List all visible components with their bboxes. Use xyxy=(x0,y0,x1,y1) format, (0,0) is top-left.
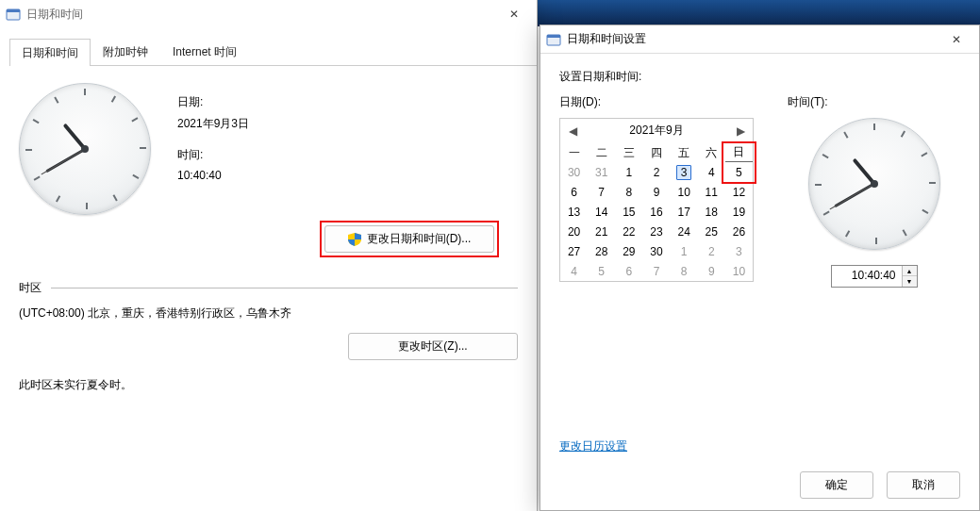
change-calendar-link[interactable]: 更改日历设置 xyxy=(559,438,960,454)
spinner-up-icon[interactable]: ▲ xyxy=(903,266,917,276)
calendar-day[interactable]: 3 xyxy=(725,241,753,261)
titlebar[interactable]: 日期和时间设置 ✕ xyxy=(540,25,979,54)
calendar-day[interactable]: 2 xyxy=(642,162,670,182)
calendar-day[interactable]: 30 xyxy=(642,241,670,261)
calendar-day[interactable]: 14 xyxy=(588,202,615,222)
calendar-day[interactable]: 4 xyxy=(698,162,725,182)
calendar-day[interactable]: 23 xyxy=(642,222,670,241)
close-icon[interactable]: ✕ xyxy=(497,2,531,26)
date-label: 日期: xyxy=(177,94,366,110)
calendar-day[interactable]: 6 xyxy=(615,261,642,281)
change-timezone-button[interactable]: 更改时区(Z)... xyxy=(348,333,518,360)
weekday-header: 二 xyxy=(588,142,615,162)
calendar-day[interactable]: 8 xyxy=(615,182,642,202)
calendar-day[interactable]: 21 xyxy=(588,222,615,241)
calendar-month-label[interactable]: 2021年9月 xyxy=(629,123,683,139)
analog-clock xyxy=(19,83,151,215)
tab-additional-clocks[interactable]: 附加时钟 xyxy=(91,38,160,65)
calendar-day[interactable]: 26 xyxy=(725,222,753,241)
calendar-day[interactable]: 2 xyxy=(698,241,725,261)
datetime-icon xyxy=(6,7,21,22)
calendar-day[interactable]: 16 xyxy=(642,202,670,222)
weekday-header: 五 xyxy=(671,142,698,162)
svg-rect-1 xyxy=(7,9,20,12)
date-value: 2021年9月3日 xyxy=(177,116,366,132)
analog-clock xyxy=(808,118,940,250)
settings-heading: 设置日期和时间: xyxy=(559,69,960,85)
weekday-header: 四 xyxy=(642,142,670,162)
calendar-day[interactable]: 4 xyxy=(560,261,588,281)
calendar-day[interactable]: 5 xyxy=(588,261,615,281)
window-title: 日期和时间 xyxy=(26,7,491,23)
calendar-day[interactable]: 6 xyxy=(560,182,588,202)
svg-rect-3 xyxy=(547,35,560,38)
calendar-day[interactable]: 28 xyxy=(588,241,615,261)
desktop-background xyxy=(538,0,980,26)
calendar-day[interactable]: 22 xyxy=(615,222,642,241)
calendar-day[interactable]: 17 xyxy=(671,202,698,222)
divider xyxy=(51,288,518,288)
change-timezone-label: 更改时区(Z)... xyxy=(398,338,467,354)
calendar-day[interactable]: 24 xyxy=(671,222,698,241)
highlight-box: 更改日期和时间(D)... xyxy=(320,221,499,257)
calendar-day[interactable]: 13 xyxy=(560,202,588,222)
tab-datetime[interactable]: 日期和时间 xyxy=(9,39,91,66)
calendar-day[interactable]: 30 xyxy=(560,162,588,182)
weekday-header: 日 xyxy=(725,142,753,162)
calendar-day[interactable]: 29 xyxy=(615,241,642,261)
spinner-down-icon[interactable]: ▼ xyxy=(903,276,917,287)
timezone-heading: 时区 xyxy=(19,280,42,296)
calendar-day[interactable]: 5 xyxy=(725,162,753,182)
calendar-day[interactable]: 18 xyxy=(698,202,725,222)
weekday-header: 一 xyxy=(560,142,588,162)
ok-button[interactable]: 确定 xyxy=(800,471,873,499)
close-icon[interactable]: ✕ xyxy=(939,27,973,52)
change-datetime-label: 更改日期和时间(D)... xyxy=(367,231,472,247)
shield-icon xyxy=(348,233,361,246)
calendar-day[interactable]: 10 xyxy=(725,261,753,281)
window-title: 日期和时间设置 xyxy=(567,31,934,47)
date-col-label: 日期(D): xyxy=(559,94,754,110)
calendar-day[interactable]: 7 xyxy=(588,182,615,202)
time-spinner[interactable]: 10:40:40 ▲ ▼ xyxy=(831,265,918,288)
calendar-day[interactable]: 1 xyxy=(615,162,642,182)
cancel-button[interactable]: 取消 xyxy=(887,471,960,499)
datetime-icon xyxy=(546,32,561,47)
tab-internet-time[interactable]: Internet 时间 xyxy=(160,38,249,65)
calendar: ◀ 2021年9月 ▶ 一二三四五六日303112345678910111213… xyxy=(559,118,754,282)
prev-month-button[interactable]: ◀ xyxy=(566,124,579,138)
timezone-value: (UTC+08:00) 北京，重庆，香港特别行政区，乌鲁木齐 xyxy=(19,305,518,321)
change-datetime-button[interactable]: 更改日期和时间(D)... xyxy=(324,225,494,253)
time-value: 10:40:40 xyxy=(177,169,366,182)
calendar-day[interactable]: 7 xyxy=(642,261,670,281)
time-col-label: 时间(T): xyxy=(788,94,960,110)
calendar-day[interactable]: 9 xyxy=(642,182,670,202)
calendar-day[interactable]: 3 xyxy=(671,162,698,182)
time-spinner-value[interactable]: 10:40:40 xyxy=(832,266,902,287)
calendar-day[interactable]: 10 xyxy=(671,182,698,202)
titlebar[interactable]: 日期和时间 ✕ xyxy=(0,0,537,28)
date-time-settings-window: 日期和时间设置 ✕ 设置日期和时间: 日期(D): ◀ 2021年9月 ▶ 一二… xyxy=(540,25,980,511)
dst-info: 此时区未实行夏令时。 xyxy=(19,377,518,393)
next-month-button[interactable]: ▶ xyxy=(734,124,747,138)
calendar-day[interactable]: 19 xyxy=(725,202,753,222)
tab-panel-datetime: 日期: 2021年9月3日 时间: 10:40:40 更改日期和时间(D)... xyxy=(0,66,537,271)
date-time-window: 日期和时间 ✕ 日期和时间 附加时钟 Internet 时间 日期: 2021年… xyxy=(0,0,538,511)
calendar-day[interactable]: 12 xyxy=(725,182,753,202)
tab-strip: 日期和时间 附加时钟 Internet 时间 xyxy=(9,38,537,66)
calendar-day[interactable]: 20 xyxy=(560,222,588,241)
calendar-day[interactable]: 15 xyxy=(615,202,642,222)
calendar-day[interactable]: 8 xyxy=(671,261,698,281)
calendar-day[interactable]: 31 xyxy=(588,162,615,182)
calendar-day[interactable]: 1 xyxy=(671,241,698,261)
calendar-day[interactable]: 11 xyxy=(698,182,725,202)
weekday-header: 六 xyxy=(698,142,725,162)
time-label: 时间: xyxy=(177,147,366,163)
calendar-day[interactable]: 25 xyxy=(698,222,725,241)
weekday-header: 三 xyxy=(615,142,642,162)
calendar-day[interactable]: 9 xyxy=(698,261,725,281)
calendar-day[interactable]: 27 xyxy=(560,241,588,261)
